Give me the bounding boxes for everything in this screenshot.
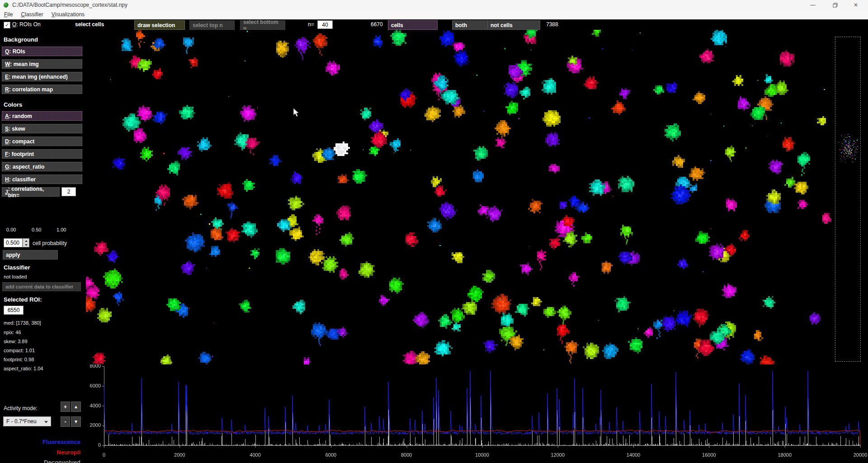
color-button-random[interactable]: A: random bbox=[2, 111, 82, 121]
background-button-mean-img[interactable]: W: mean img bbox=[2, 59, 82, 69]
draw-selection-button[interactable]: draw selection bbox=[134, 20, 185, 30]
colors-header: Colors bbox=[4, 101, 22, 108]
down-triangle-icon: ▼ bbox=[74, 419, 78, 424]
spin-down-icon[interactable] bbox=[23, 243, 29, 247]
cell-probability-input[interactable] bbox=[4, 238, 23, 247]
not-cells-count: 7388 bbox=[546, 21, 558, 28]
minimap-panel[interactable] bbox=[835, 37, 861, 362]
plus-icon: + bbox=[64, 404, 67, 410]
roi-stat-med: med: [1738, 380] bbox=[4, 320, 41, 326]
cells-count: 6670 bbox=[371, 21, 383, 28]
minimap-canvas bbox=[835, 37, 860, 361]
apply-button[interactable]: apply bbox=[3, 250, 58, 260]
activity-mode-value: F - 0.7*Fneu bbox=[6, 418, 37, 425]
select-bottom-n-button[interactable]: select bottom n bbox=[240, 20, 285, 30]
close-button[interactable]: ✕ bbox=[848, 0, 863, 10]
trace-scale-down-button[interactable]: ▼ bbox=[71, 416, 81, 427]
trace-scale-up-button[interactable]: ▲ bbox=[71, 402, 81, 412]
up-triangle-icon: ▲ bbox=[74, 404, 78, 409]
scale-tick-0: 0.00 bbox=[6, 227, 16, 232]
legend-neuropil[interactable]: Neuropil bbox=[0, 449, 80, 456]
activity-mode-label: Activity mode: bbox=[4, 405, 38, 411]
rois-on-label: O: ROIs On bbox=[12, 21, 41, 28]
menu-item-file[interactable]: File bbox=[0, 10, 17, 19]
spin-up-icon[interactable] bbox=[23, 239, 29, 243]
scale-tick-50: 0.50 bbox=[32, 227, 41, 232]
n-label: n= bbox=[308, 21, 314, 28]
roi-field-canvas[interactable] bbox=[86, 30, 833, 364]
check-icon: ✓ bbox=[5, 23, 9, 28]
legend-fluorescence[interactable]: Fluorescence bbox=[0, 439, 80, 445]
select-top-n-button[interactable]: select top n bbox=[189, 20, 235, 30]
color-button-correlations[interactable]: J: correlations, bin= bbox=[2, 187, 60, 197]
color-button-footprint[interactable]: F: footprint bbox=[2, 149, 82, 159]
background-button-mean-img-enhanced[interactable]: E: mean img (enhanced) bbox=[2, 72, 82, 81]
restore-icon bbox=[833, 3, 838, 8]
roi-stat-npix: npix: 46 bbox=[4, 330, 21, 335]
not-cells-button[interactable]: not cells bbox=[487, 20, 540, 30]
select-cells-label: select cells bbox=[75, 21, 104, 28]
minus-icon: - bbox=[65, 419, 66, 425]
mouse-cursor-icon bbox=[293, 108, 300, 118]
classifier-status: not loaded bbox=[4, 274, 27, 279]
color-button-classifier[interactable]: H: classifier bbox=[2, 175, 82, 184]
window-title: C:/DATA/BootCamp/mesoscope_cortex/stat.n… bbox=[12, 2, 127, 8]
background-button-rois[interactable]: Q: ROIs bbox=[2, 47, 82, 56]
cell-probability-label: cell probability bbox=[33, 240, 67, 246]
minimize-button[interactable]: — bbox=[805, 0, 821, 10]
zoom-out-button[interactable]: - bbox=[61, 416, 70, 427]
scale-tick-100: 1.00 bbox=[57, 227, 66, 232]
color-button-aspect-ratio[interactable]: G: aspect_ratio bbox=[2, 162, 82, 171]
background-button-correlation-map[interactable]: R: correlation map bbox=[2, 85, 82, 94]
roi-stat-footprint: footprint: 0.98 bbox=[4, 357, 34, 362]
menu-item-visualizations[interactable]: Visualizations bbox=[47, 10, 89, 19]
selected-roi-header: Selected ROI: bbox=[4, 296, 42, 303]
chevron-down-icon bbox=[44, 421, 48, 423]
classifier-header: Classifier bbox=[4, 264, 30, 271]
zoom-in-button[interactable]: + bbox=[61, 402, 70, 412]
activity-mode-select[interactable]: F - 0.7*Fneu bbox=[3, 416, 51, 426]
correlations-bin-input[interactable] bbox=[61, 187, 76, 196]
restore-button[interactable] bbox=[827, 0, 843, 10]
app-window: C:/DATA/BootCamp/mesoscope_cortex/stat.n… bbox=[0, 0, 868, 463]
legend-deconvolved[interactable]: Deconvolved bbox=[0, 459, 80, 463]
selected-roi-input[interactable] bbox=[4, 306, 24, 315]
add-to-classifier-button[interactable]: add current data to classifier bbox=[2, 282, 81, 291]
trace-plot-canvas[interactable] bbox=[86, 364, 868, 463]
color-button-compact[interactable]: D: compact bbox=[2, 137, 82, 146]
cell-probability-spinner[interactable] bbox=[23, 238, 29, 247]
color-button-skew[interactable]: S: skew bbox=[2, 124, 82, 133]
title-bar: C:/DATA/BootCamp/mesoscope_cortex/stat.n… bbox=[0, 0, 868, 10]
n-input[interactable] bbox=[317, 20, 333, 29]
menu-item-classifier[interactable]: Classifier bbox=[17, 10, 47, 19]
roi-stat-compact: compact: 1.01 bbox=[4, 348, 35, 353]
cells-button[interactable]: cells bbox=[388, 20, 438, 30]
menu-bar: File Classifier Visualizations bbox=[0, 10, 868, 19]
app-logo-icon bbox=[3, 2, 9, 9]
rois-on-checkbox[interactable]: ✓ bbox=[4, 22, 10, 28]
background-header: Background bbox=[4, 36, 38, 43]
roi-stat-skew: skew: 3.89 bbox=[4, 339, 28, 344]
roi-stat-aspect-ratio: aspect_ratio: 1.04 bbox=[4, 366, 43, 371]
